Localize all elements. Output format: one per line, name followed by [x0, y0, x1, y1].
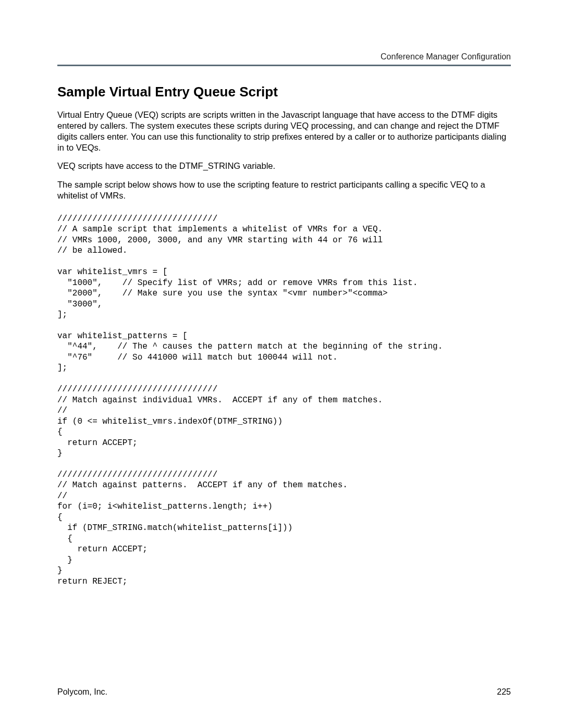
body-paragraph-1: Virtual Entry Queue (VEQ) scripts are sc… — [57, 109, 511, 153]
body-paragraph-3: The sample script below shows how to use… — [57, 179, 511, 201]
running-head: Conference Manager Configuration — [57, 52, 511, 66]
code-block: //////////////////////////////// // A sa… — [57, 214, 511, 587]
footer-page-number: 225 — [497, 687, 511, 697]
footer-company: Polycom, Inc. — [57, 687, 107, 697]
page-footer: Polycom, Inc. 225 — [57, 687, 511, 697]
page: Conference Manager Configuration Sample … — [0, 0, 563, 728]
body-paragraph-2: VEQ scripts have access to the DTMF_STRI… — [57, 161, 511, 171]
section-title: Sample Virtual Entry Queue Script — [57, 84, 511, 100]
